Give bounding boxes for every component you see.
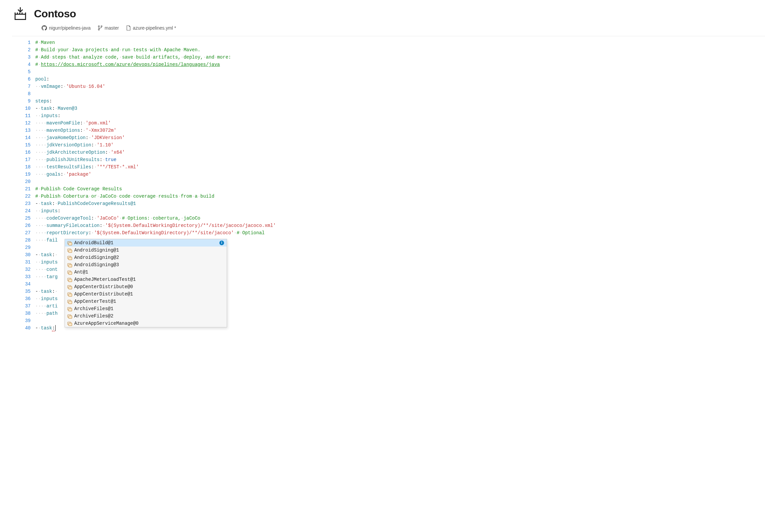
code-line[interactable]: #·Add·steps·that·analyze·code,·save·buil… [35, 54, 765, 61]
svg-rect-31 [69, 316, 72, 318]
branch-crumb[interactable]: master [98, 25, 119, 31]
autocomplete-item-label: AndroidBuild@1 [74, 239, 113, 247]
autocomplete-item-label: AndroidSigning@3 [74, 261, 119, 268]
autocomplete-item[interactable]: AppCenterDistribute@0 [65, 283, 227, 290]
file-label: azure-pipelines.yml * [133, 25, 176, 31]
line-number: 3 [12, 54, 31, 61]
snippet-icon [67, 313, 72, 319]
line-number: 22 [12, 193, 31, 200]
info-icon[interactable]: i [219, 241, 224, 245]
code-line[interactable] [35, 90, 765, 97]
svg-rect-13 [69, 250, 72, 253]
svg-rect-15 [69, 257, 72, 260]
line-number: 2 [12, 46, 31, 54]
line-number: 17 [12, 156, 31, 163]
autocomplete-item[interactable]: AppCenterTest@1 [65, 298, 227, 305]
autocomplete-item[interactable]: AndroidBuild@1i [65, 239, 227, 247]
line-number: 40 [12, 324, 31, 332]
autocomplete-item[interactable]: AzureAppServiceManage@0 [65, 320, 227, 327]
line-number: 18 [12, 163, 31, 171]
code-line[interactable]: -·task:·Maven@3 [35, 105, 765, 112]
line-number: 38 [12, 310, 31, 317]
snippet-icon [67, 277, 72, 282]
code-line[interactable]: ····mavenPomFile:·'pom.xml' [35, 119, 765, 127]
line-number: 24 [12, 207, 31, 215]
svg-point-7 [98, 26, 99, 27]
svg-point-8 [101, 26, 102, 27]
svg-rect-25 [69, 294, 72, 296]
autocomplete-item[interactable]: ArchiveFiles@1 [65, 305, 227, 312]
editor[interactable]: 1234567891011121314151617181920212223242… [12, 36, 765, 334]
autocomplete-item-label: AndroidSigning@2 [74, 254, 119, 261]
svg-rect-27 [69, 301, 72, 304]
code-line[interactable]: ····summaryFileLocation:·'$(System.Defau… [35, 222, 765, 229]
code-line[interactable]: #·Publish·Cobertura·or·JaCoCo·code·cover… [35, 193, 765, 200]
code-line[interactable]: ··vmImage:·'Ubuntu·16.04' [35, 83, 765, 90]
code-line[interactable]: ····goals:·'package' [35, 171, 765, 178]
line-number: 39 [12, 317, 31, 324]
line-number: 6 [12, 76, 31, 83]
line-number: 15 [12, 141, 31, 149]
code-line[interactable]: ····codeCoverageTool:·'JaCoCo'·#·Options… [35, 215, 765, 222]
code-line[interactable]: ····jdkArchitectureOption:·'x64' [35, 149, 765, 156]
code-area[interactable]: #·Maven#·Build·your·Java·projects·and·ru… [35, 36, 765, 334]
autocomplete-item[interactable]: AppCenterDistribute@1 [65, 290, 227, 298]
autocomplete-item[interactable]: ApacheJMeterLoadTest@1 [65, 276, 227, 283]
autocomplete-item[interactable]: Ant@1 [65, 268, 227, 276]
code-line[interactable]: ····reportDirectory:·'$(System.DefaultWo… [35, 229, 765, 237]
code-line[interactable]: ····failAndroidBuild@1iAndroidSigning@1A… [35, 237, 765, 244]
autocomplete-item[interactable]: AndroidSigning@3 [65, 261, 227, 268]
file-icon [126, 25, 131, 31]
code-line[interactable]: ····testResultsFiles:·'**/TEST-*.xml' [35, 163, 765, 171]
line-number: 12 [12, 119, 31, 127]
code-line[interactable]: ····javaHomeOption:·'JDKVersion' [35, 134, 765, 141]
autocomplete-item-label: AndroidSigning@1 [74, 247, 119, 254]
line-number: 11 [12, 112, 31, 119]
snippet-icon [67, 269, 72, 275]
autocomplete-item[interactable]: AndroidSigning@1 [65, 247, 227, 254]
code-line[interactable]: ··inputs: [35, 207, 765, 215]
snippet-icon [67, 255, 72, 260]
svg-rect-33 [69, 323, 72, 326]
autocomplete-item[interactable]: AndroidSigning@2 [65, 254, 227, 261]
line-number: 13 [12, 127, 31, 134]
line-number: 32 [12, 266, 31, 273]
line-number: 16 [12, 149, 31, 156]
branch-label: master [104, 25, 119, 31]
line-number: 7 [12, 83, 31, 90]
autocomplete-item-label: ApacheJMeterLoadTest@1 [74, 276, 136, 283]
line-number: 31 [12, 259, 31, 266]
line-number: 33 [12, 273, 31, 280]
code-line[interactable]: #·Build·your·Java·projects·and·run·tests… [35, 46, 765, 54]
line-number: 1 [12, 39, 31, 46]
code-line[interactable]: ··inputs: [35, 112, 765, 119]
code-line[interactable]: steps: [35, 97, 765, 105]
code-line[interactable]: ····jdkVersionOption:·'1.10' [35, 141, 765, 149]
snippet-icon [67, 284, 72, 289]
autocomplete-item-label: AppCenterDistribute@0 [74, 283, 133, 290]
code-line[interactable]: #·Maven [35, 39, 765, 46]
code-line[interactable] [35, 178, 765, 185]
line-number: 23 [12, 200, 31, 207]
code-line[interactable] [35, 68, 765, 76]
code-line[interactable]: ····mavenOptions:·'-Xmx3072m' [35, 127, 765, 134]
autocomplete-item-label: Ant@1 [74, 268, 88, 276]
line-number: 36 [12, 295, 31, 302]
code-line[interactable]: #·https://docs.microsoft.com/azure/devop… [35, 61, 765, 68]
logo-icon [13, 7, 27, 21]
autocomplete-popup[interactable]: AndroidBuild@1iAndroidSigning@1AndroidSi… [65, 239, 227, 327]
branch-icon [98, 25, 102, 31]
code-line[interactable]: #·Publish·Code·Coverage·Results [35, 185, 765, 193]
code-line[interactable]: pool: [35, 76, 765, 83]
code-line[interactable]: ····publishJUnitResults:·true [35, 156, 765, 163]
snippet-icon [67, 321, 72, 326]
autocomplete-item-label: AppCenterDistribute@1 [74, 290, 133, 298]
autocomplete-item-label: ArchiveFiles@1 [74, 305, 113, 312]
svg-point-9 [98, 29, 99, 30]
repo-crumb[interactable]: nigurr/pipelines-java [42, 25, 91, 31]
file-crumb[interactable]: azure-pipelines.yml * [126, 25, 176, 31]
svg-rect-11 [69, 243, 72, 245]
line-number: 5 [12, 68, 31, 76]
code-line[interactable]: -·task:·PublishCodeCoverageResults@1 [35, 200, 765, 207]
autocomplete-item[interactable]: ArchiveFiles@2 [65, 312, 227, 320]
